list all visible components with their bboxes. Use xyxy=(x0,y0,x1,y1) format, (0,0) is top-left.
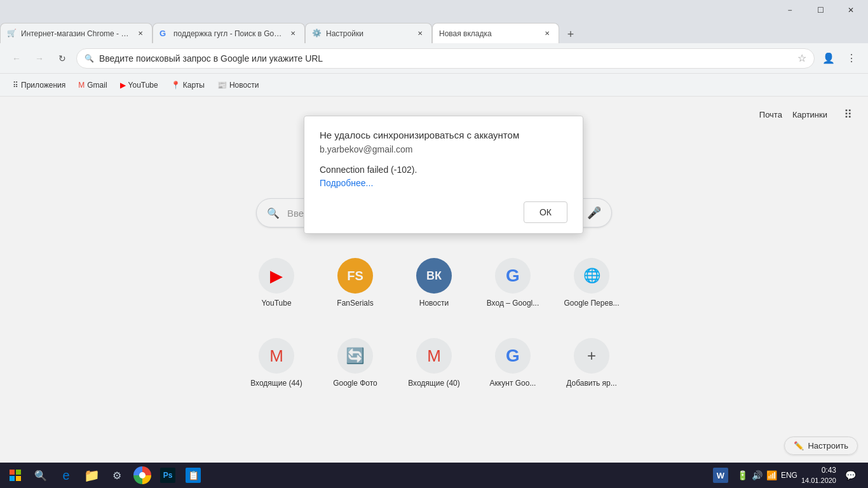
wifi-icon: 📶 xyxy=(766,470,777,480)
sync-error-dialog: Не удалось синхронизироваться с аккаунто… xyxy=(304,116,583,234)
tab-close-store[interactable]: ✕ xyxy=(135,29,146,39)
browser-menu-button[interactable]: ⋮ xyxy=(843,50,860,67)
svg-rect-2 xyxy=(10,476,15,481)
date-display: 14.01.2020 xyxy=(801,476,836,485)
dialog-footer: ОК xyxy=(320,201,567,223)
tab-close-newtab[interactable]: ✕ xyxy=(542,29,552,39)
maps-icon: 📍 xyxy=(171,81,180,90)
edge-icon: e xyxy=(62,468,69,483)
taskbar-edge[interactable]: e xyxy=(53,463,79,488)
bookmark-apps[interactable]: ⠿ Приложения xyxy=(8,78,71,92)
address-bar: ← → ↻ 🔍 Введите поисковый запрос в Googl… xyxy=(0,43,868,74)
tab-google-search[interactable]: G поддержка гугл - Поиск в Goog... ✕ xyxy=(153,23,305,43)
bookmark-maps[interactable]: 📍 Карты xyxy=(166,78,210,92)
tab-close-settings[interactable]: ✕ xyxy=(415,29,425,39)
taskbar-word[interactable]: W xyxy=(708,463,733,488)
apps-icon: ⠿ xyxy=(13,81,18,90)
dialog-ok-button[interactable]: ОК xyxy=(524,201,567,223)
youtube-bookmark-icon: ▶ xyxy=(120,81,126,90)
dialog-email: b.yarbekov@gmail.com xyxy=(320,144,567,154)
bookmark-maps-label: Карты xyxy=(183,81,205,90)
dialog-more-link[interactable]: Подробнее... xyxy=(320,178,373,188)
gmail-bookmark-icon: M xyxy=(78,81,85,90)
bookmarks-bar: ⠿ Приложения M Gmail ▶ YouTube 📍 Карты 📰… xyxy=(0,74,868,97)
taskbar-task[interactable]: 📋 xyxy=(180,463,206,488)
bookmark-star-icon[interactable]: ☆ xyxy=(797,52,806,64)
tab-title-settings: Настройки xyxy=(326,29,411,38)
taskbar-explorer[interactable]: 📁 xyxy=(79,463,104,488)
tab-favicon-settings: ⚙️ xyxy=(312,29,322,39)
tab-title-store: Интернет-магазин Chrome - Ра... xyxy=(21,29,132,38)
back-button[interactable]: ← xyxy=(8,50,25,67)
svg-rect-0 xyxy=(10,470,15,475)
news-icon: 📰 xyxy=(217,81,227,90)
bookmark-youtube[interactable]: ▶ YouTube xyxy=(115,78,163,92)
tab-close-google[interactable]: ✕ xyxy=(288,29,298,39)
notification-icon: 💬 xyxy=(845,470,856,480)
maximize-button[interactable]: ☐ xyxy=(806,0,835,20)
taskbar-chrome[interactable] xyxy=(130,463,155,488)
user-profile-button[interactable]: 👤 xyxy=(820,50,837,67)
minimize-button[interactable]: − xyxy=(775,0,804,20)
dialog-overlay: Не удалось синхронизироваться с аккаунто… xyxy=(0,97,868,463)
notification-button[interactable]: 💬 xyxy=(840,465,860,485)
tab-title-newtab: Новая вкладка xyxy=(439,29,538,38)
bookmark-apps-label: Приложения xyxy=(21,81,65,90)
bookmark-youtube-label: YouTube xyxy=(128,81,158,90)
address-right: 👤 ⋮ xyxy=(820,50,860,67)
url-bar[interactable]: 🔍 Введите поисковый запрос в Google или … xyxy=(76,48,815,69)
reload-button[interactable]: ↻ xyxy=(53,50,71,67)
search-taskbar-icon: 🔍 xyxy=(34,470,47,482)
close-button[interactable]: ✕ xyxy=(836,0,865,20)
url-search-icon: 🔍 xyxy=(85,54,94,63)
file-explorer-icon: 📁 xyxy=(84,468,100,483)
new-tab-button[interactable]: + xyxy=(562,25,580,43)
tab-new-tab[interactable]: Новая вкладка ✕ xyxy=(432,23,559,43)
main-content: Почта Картинки ⠿ Google 🔍 Введите поиско… xyxy=(0,97,868,463)
taskbar-search-button[interactable]: 🔍 xyxy=(28,463,53,488)
windows-logo-icon xyxy=(10,470,21,481)
dialog-title: Не удалось синхронизироваться с аккаунто… xyxy=(320,129,567,142)
dialog-body: Connection failed (-102). xyxy=(320,165,567,175)
svg-rect-3 xyxy=(16,476,21,481)
tab-title-google: поддержка гугл - Поиск в Goog... xyxy=(173,29,284,38)
svg-rect-1 xyxy=(16,470,21,475)
tab-favicon-google: G xyxy=(159,29,170,39)
task-icon: 📋 xyxy=(186,468,201,483)
taskbar-right: W 🔋 🔊 📶 ENG 0:43 14.01.2020 💬 xyxy=(708,463,865,488)
window-controls: − ☐ ✕ xyxy=(775,0,865,20)
bookmark-gmail[interactable]: M Gmail xyxy=(73,78,112,92)
start-button[interactable] xyxy=(3,463,28,488)
bookmark-gmail-label: Gmail xyxy=(87,81,107,90)
taskbar: 🔍 e 📁 ⚙ Ps 📋 W 🔋 🔊 📶 ENG 0:43 14.01.2020… xyxy=(0,463,868,488)
language-indicator[interactable]: ENG xyxy=(781,471,797,480)
chrome-icon xyxy=(133,466,151,484)
taskbar-clock: 0:43 14.01.2020 xyxy=(801,466,836,485)
time-display: 0:43 xyxy=(801,466,836,476)
bookmark-news-label: Новости xyxy=(229,81,259,90)
tabs-bar: 🛒 Интернет-магазин Chrome - Ра... ✕ G по… xyxy=(0,20,868,43)
battery-icon: 🔋 xyxy=(737,470,748,480)
tab-chrome-store[interactable]: 🛒 Интернет-магазин Chrome - Ра... ✕ xyxy=(0,23,153,43)
taskbar-steam[interactable]: ⚙ xyxy=(104,463,130,488)
title-bar: − ☐ ✕ xyxy=(0,0,868,20)
forward-button[interactable]: → xyxy=(31,50,48,67)
bookmark-news[interactable]: 📰 Новости xyxy=(212,78,264,92)
tab-settings[interactable]: ⚙️ Настройки ✕ xyxy=(305,23,432,43)
taskbar-photoshop[interactable]: Ps xyxy=(155,463,180,488)
steam-icon: ⚙ xyxy=(112,470,121,482)
photoshop-icon: Ps xyxy=(160,468,175,483)
word-icon: W xyxy=(713,468,728,483)
volume-icon: 🔊 xyxy=(752,470,763,480)
url-text: Введите поисковый запрос в Google или ук… xyxy=(99,53,792,64)
tab-favicon-store: 🛒 xyxy=(7,29,17,39)
taskbar-system-icons: 🔋 🔊 📶 ENG xyxy=(737,470,797,480)
